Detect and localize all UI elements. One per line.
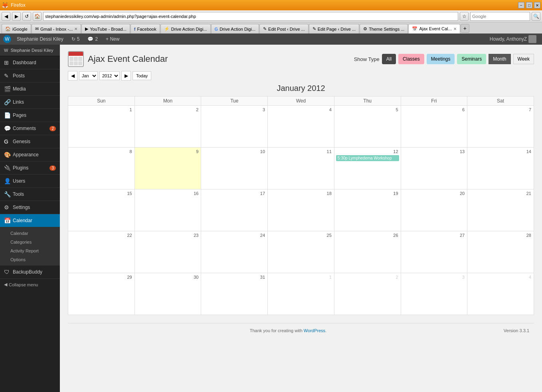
bookmark-button[interactable]: ☆ bbox=[460, 12, 469, 21]
tab-igoogle[interactable]: 🏠 iGoogle bbox=[2, 24, 31, 33]
sidebar-item-posts[interactable]: ✎ Posts bbox=[0, 69, 60, 83]
calendar-event[interactable]: 5:30p Lymphedema Workshop bbox=[336, 155, 399, 161]
type-classes-button[interactable]: Classes bbox=[398, 54, 424, 64]
calendar-cell[interactable]: 8 bbox=[68, 148, 135, 189]
sidebar-item-tools[interactable]: 🔧 Tools bbox=[0, 188, 60, 201]
calendar-cell[interactable]: 24 bbox=[201, 231, 268, 273]
sidebar-item-dashboard[interactable]: ⊞ Dashboard bbox=[0, 56, 60, 69]
sidebar-item-calendar[interactable]: 📅 Calendar bbox=[0, 214, 60, 227]
calendar-cell[interactable]: 9 bbox=[135, 148, 201, 189]
submenu-calendar[interactable]: Calendar bbox=[0, 229, 60, 238]
type-meetings-button[interactable]: Meetings bbox=[427, 54, 455, 64]
year-select[interactable]: 2010201120122013 bbox=[99, 71, 120, 80]
calendar-cell[interactable]: 13 bbox=[401, 148, 467, 189]
calendar-cell[interactable]: 28 bbox=[467, 231, 534, 273]
tab-youtube[interactable]: ▶ YouTube - Broad... bbox=[81, 24, 130, 33]
sidebar-item-plugins[interactable]: 🔌 Plugins 3 bbox=[0, 162, 60, 175]
address-bar[interactable] bbox=[43, 12, 458, 21]
sidebar-item-comments[interactable]: 💬 Comments 2 bbox=[0, 122, 60, 135]
calendar-cell[interactable]: 1 bbox=[68, 106, 135, 148]
submenu-options[interactable]: Options bbox=[0, 255, 60, 264]
forward-button[interactable]: ▶ bbox=[12, 12, 21, 21]
calendar-cell[interactable]: 17 bbox=[201, 189, 268, 231]
today-button[interactable]: Today bbox=[133, 71, 151, 80]
home-button[interactable]: 🏠 bbox=[33, 12, 42, 21]
calendar-cell[interactable]: 22 bbox=[68, 231, 135, 273]
month-select[interactable]: JanFebMarApr MayJunJulAug SepOctNovDec bbox=[79, 71, 98, 80]
calendar-cell[interactable]: 1 bbox=[268, 273, 334, 315]
calendar-cell[interactable]: 5 bbox=[334, 106, 401, 148]
next-month-button[interactable]: ▶ bbox=[121, 71, 131, 81]
reload-button[interactable]: ↺ bbox=[22, 12, 31, 21]
calendar-cell[interactable]: 29 bbox=[68, 273, 135, 315]
calendar-cell[interactable]: 18 bbox=[268, 189, 334, 231]
calendar-cell[interactable]: 2 bbox=[135, 106, 201, 148]
tab-gmail[interactable]: ✉ Gmail - Inbox -... ✕ bbox=[32, 24, 81, 33]
calendar-cell[interactable]: 4 bbox=[467, 273, 534, 315]
calendar-cell[interactable]: 10 bbox=[201, 148, 268, 189]
tab-drive1[interactable]: ⚡ Drive Action Digi... bbox=[160, 24, 211, 33]
tab-theme-settings[interactable]: ⚙ Theme Settings ... bbox=[360, 24, 408, 33]
tab-favicon: ✉ bbox=[35, 26, 39, 32]
calendar-week-5: 2930311234 bbox=[68, 273, 534, 315]
tab-favicon: 🏠 bbox=[5, 26, 11, 32]
submenu-categories[interactable]: Categories bbox=[0, 238, 60, 246]
calendar-cell[interactable]: 125:30p Lymphedema Workshop bbox=[334, 148, 401, 189]
calendar-cell[interactable]: 11 bbox=[268, 148, 334, 189]
sidebar-item-backupbuddy[interactable]: 🛡 BackupBuddy bbox=[0, 266, 60, 279]
back-button[interactable]: ◀ bbox=[2, 12, 10, 21]
search-bar[interactable] bbox=[470, 12, 530, 21]
sidebar-item-genesis[interactable]: G Genesis bbox=[0, 135, 60, 148]
tab-facebook[interactable]: f Facebook bbox=[131, 24, 160, 33]
view-week-button[interactable]: Week bbox=[513, 54, 534, 64]
admin-bar-new[interactable]: + New bbox=[103, 33, 122, 45]
calendar-cell[interactable]: 6 bbox=[401, 106, 467, 148]
sidebar-item-appearance[interactable]: 🎨 Appearance bbox=[0, 148, 60, 162]
wordpress-link[interactable]: WordPress bbox=[304, 328, 325, 333]
close-button[interactable]: ✕ bbox=[534, 2, 540, 8]
calendar-cell[interactable]: 7 bbox=[467, 106, 534, 148]
calendar-cell[interactable]: 23 bbox=[135, 231, 201, 273]
sidebar-item-links[interactable]: 🔗 Links bbox=[0, 96, 60, 109]
calendar-cell[interactable]: 19 bbox=[334, 189, 401, 231]
sidebar-item-media[interactable]: 🎬 Media bbox=[0, 83, 60, 96]
tab-close-active-icon[interactable]: ✕ bbox=[453, 27, 457, 31]
submenu-activity-report[interactable]: Activity Report bbox=[0, 246, 60, 255]
sidebar-item-pages[interactable]: 📄 Pages bbox=[0, 109, 60, 122]
calendar-cell[interactable]: 21 bbox=[467, 189, 534, 231]
calendar-cell[interactable]: 14 bbox=[467, 148, 534, 189]
calendar-cell[interactable]: 16 bbox=[135, 189, 201, 231]
tab-edit-post[interactable]: ✎ Edit Post ‹ Drive ... bbox=[259, 24, 309, 33]
calendar-cell[interactable]: 3 bbox=[401, 273, 467, 315]
calendar-cell[interactable]: 27 bbox=[401, 231, 467, 273]
sidebar-item-users[interactable]: 👤 Users bbox=[0, 175, 60, 188]
admin-bar-site[interactable]: Stephanie Dessi Kiley bbox=[14, 33, 66, 45]
admin-bar-updates[interactable]: ↻ 5 bbox=[69, 33, 82, 45]
calendar-cell[interactable]: 30 bbox=[135, 273, 201, 315]
search-button[interactable]: 🔍 bbox=[532, 12, 540, 21]
sidebar-item-settings[interactable]: ⚙ Settings bbox=[0, 201, 60, 214]
maximize-button[interactable]: □ bbox=[526, 2, 532, 8]
admin-bar-howdy[interactable]: Howdy, AnthonyZ bbox=[487, 33, 539, 45]
calendar-cell[interactable]: 4 bbox=[268, 106, 334, 148]
collapse-menu-button[interactable]: ◀ Collapse menu bbox=[0, 279, 60, 290]
prev-month-button[interactable]: ◀ bbox=[68, 71, 77, 81]
view-month-button[interactable]: Month bbox=[489, 54, 510, 64]
tab-ajax-calendar[interactable]: 📅 Ajax Event Cal... ✕ bbox=[408, 24, 460, 33]
calendar-cell[interactable]: 15 bbox=[68, 189, 135, 231]
minimize-button[interactable]: − bbox=[518, 2, 524, 8]
tab-close-icon[interactable]: ✕ bbox=[74, 27, 77, 31]
type-all-button[interactable]: All bbox=[382, 54, 396, 64]
admin-bar-comments[interactable]: 💬 2 bbox=[85, 33, 100, 45]
calendar-cell[interactable]: 25 bbox=[268, 231, 334, 273]
new-tab-button[interactable]: + bbox=[461, 24, 469, 33]
calendar-cell[interactable]: 26 bbox=[334, 231, 401, 273]
type-seminars-button[interactable]: Seminars bbox=[457, 54, 486, 64]
footer-text: Thank you for creating with bbox=[250, 328, 303, 333]
tab-edit-page[interactable]: ✎ Edit Page ‹ Drive ... bbox=[309, 24, 359, 33]
calendar-cell[interactable]: 31 bbox=[201, 273, 268, 315]
calendar-cell[interactable]: 2 bbox=[334, 273, 401, 315]
calendar-cell[interactable]: 20 bbox=[401, 189, 467, 231]
calendar-cell[interactable]: 3 bbox=[201, 106, 268, 148]
tab-drive2[interactable]: G Drive Action Digi... bbox=[211, 24, 259, 33]
